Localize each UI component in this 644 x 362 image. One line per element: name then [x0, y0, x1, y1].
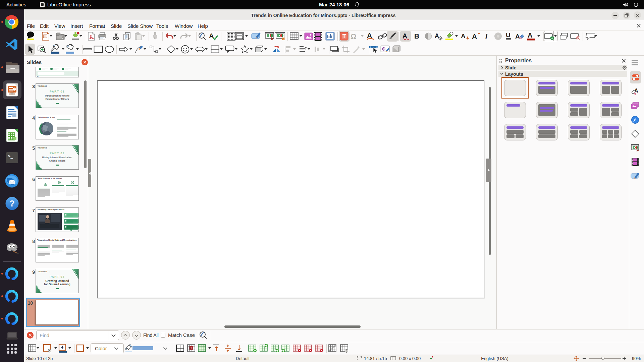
svg-text:>_: >_ — [8, 154, 13, 159]
svg-text:U: U — [506, 32, 511, 39]
svg-text:A: A — [461, 33, 466, 40]
svg-text:Ω: Ω — [351, 32, 357, 41]
svg-text:A: A — [367, 32, 372, 39]
svg-text:B: B — [414, 32, 419, 40]
svg-text:A: A — [528, 32, 532, 39]
svg-text:?: ? — [9, 198, 15, 208]
svg-text:A: A — [515, 33, 520, 40]
svg-text:I: I — [485, 32, 488, 40]
svg-text:A: A — [472, 33, 477, 40]
svg-text:A: A — [402, 32, 407, 39]
